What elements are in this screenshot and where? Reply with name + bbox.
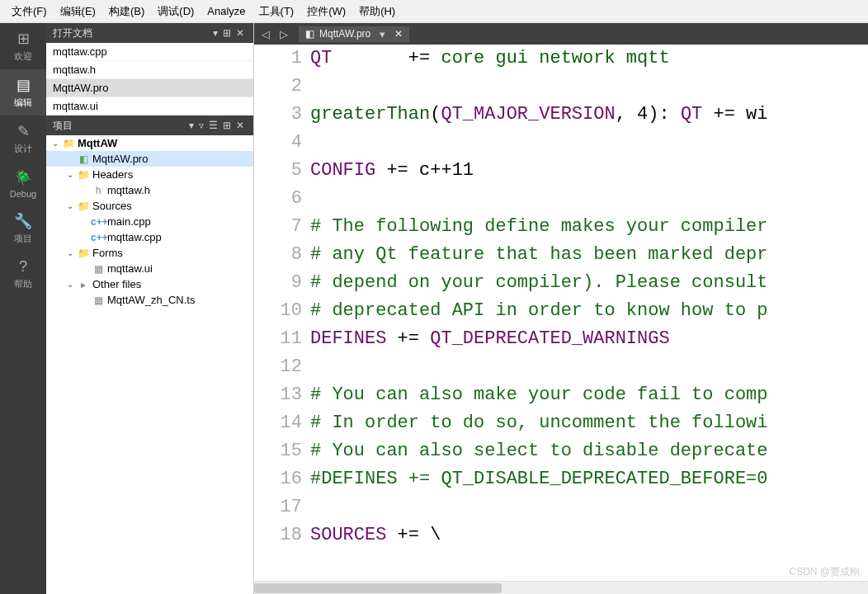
panel-button[interactable]: ▾ — [186, 120, 196, 131]
line-number: 7 — [254, 213, 302, 241]
menu-item[interactable]: Analyze — [200, 2, 252, 20]
menu-item[interactable]: 控件(W) — [300, 2, 352, 21]
tree-label: MqttAW.pro — [92, 153, 148, 165]
mode-帮助[interactable]: ?帮助 — [0, 252, 46, 297]
line-number: 18 — [254, 521, 302, 549]
tree-label: Forms — [92, 247, 123, 259]
line-number: 13 — [254, 381, 302, 409]
code-line[interactable]: # deprecated API in order to know how to… — [310, 297, 868, 325]
open-doc[interactable]: mqttaw.ui — [46, 97, 253, 116]
tree-label: Sources — [92, 200, 132, 212]
chevron-icon[interactable]: ⌄ — [64, 280, 76, 289]
line-number: 1 — [254, 45, 302, 73]
mode-欢迎[interactable]: ⊞欢迎 — [0, 23, 46, 69]
tree-item[interactable]: ▦mqttaw.ui — [46, 261, 253, 276]
code-line[interactable]: # You can also make your code fail to co… — [310, 381, 868, 409]
line-number: 9 — [254, 269, 302, 297]
scroll-thumb[interactable] — [254, 583, 502, 593]
tree-item[interactable]: ◧MqttAW.pro — [46, 151, 253, 167]
horizontal-scrollbar[interactable] — [254, 581, 868, 594]
line-number: 14 — [254, 409, 302, 437]
menu-item[interactable]: 帮助(H) — [352, 2, 402, 21]
chevron-icon[interactable]: ⌄ — [64, 170, 76, 179]
code-line[interactable] — [310, 129, 868, 157]
mode-icon: ▤ — [17, 76, 31, 94]
tree-item[interactable]: ⌄📁Forms — [46, 245, 253, 261]
chevron-icon[interactable]: ⌄ — [50, 139, 61, 148]
code-line[interactable]: # You can also select to disable depreca… — [310, 437, 868, 465]
mode-icon: ✎ — [17, 122, 30, 140]
tree-item[interactable]: ⌄📁Sources — [46, 198, 253, 214]
menu-item[interactable]: 编辑(E) — [54, 2, 102, 21]
code-line[interactable]: DEFINES += QT_DEPRECATED_WARNINGS — [310, 325, 868, 353]
code-line[interactable]: CONFIG += c++11 — [310, 157, 868, 185]
chevron-icon[interactable]: ⌄ — [64, 248, 76, 257]
code-line[interactable]: greaterThan(QT_MAJOR_VERSION, 4): QT += … — [310, 101, 868, 129]
nav-back-button[interactable]: ◁ — [257, 28, 274, 40]
mode-icon: 🔧 — [14, 212, 32, 230]
panel-button[interactable]: ⊞ — [220, 120, 234, 131]
chevron-icon[interactable]: ⌄ — [64, 201, 76, 210]
open-doc[interactable]: MqttAW.pro — [46, 79, 253, 97]
mode-icon: ⊞ — [17, 30, 30, 48]
open-doc[interactable]: mqttaw.cpp — [46, 43, 253, 61]
code-line[interactable] — [310, 185, 868, 213]
tab-dropdown-icon[interactable]: ▾ — [375, 28, 389, 40]
tree-item[interactable]: c++mqttaw.cpp — [46, 229, 253, 245]
mode-Debug[interactable]: 🪲Debug — [0, 162, 46, 205]
panel-button[interactable]: ▾ — [210, 27, 220, 39]
code-editor[interactable]: 123456789101112131415161718 QT += core g… — [254, 45, 868, 581]
open-doc[interactable]: mqttaw.h — [46, 61, 253, 79]
code-line[interactable] — [310, 353, 868, 381]
tree-item[interactable]: c++main.cpp — [46, 214, 253, 229]
main-area: ⊞欢迎▤编辑✎设计🪲Debug🔧项目?帮助 打开文档 ▾⊞✕ mqttaw.cp… — [0, 23, 868, 594]
panel-button[interactable]: ✕ — [234, 120, 247, 131]
mode-设计[interactable]: ✎设计 — [0, 116, 46, 162]
panel-button[interactable]: ☰ — [206, 120, 220, 131]
line-number: 15 — [254, 437, 302, 465]
code-line[interactable]: # any Qt feature that has been marked de… — [310, 241, 868, 269]
code-line[interactable]: # The following define makes your compil… — [310, 213, 868, 241]
mode-编辑[interactable]: ▤编辑 — [0, 69, 46, 116]
tree-item[interactable]: ⌄📁Headers — [46, 167, 253, 182]
code-line[interactable]: # In order to do so, uncomment the follo… — [310, 409, 868, 437]
tree-label: MqttAW_zh_CN.ts — [107, 294, 195, 306]
side-panel: 打开文档 ▾⊞✕ mqttaw.cppmqttaw.hMqttAW.promqt… — [46, 23, 254, 594]
editor-tab[interactable]: ◧ MqttAW.pro ▾ ✕ — [299, 26, 409, 42]
code-line[interactable]: # depend on your compiler). Please consu… — [310, 269, 868, 297]
panel-button[interactable]: ⊞ — [220, 27, 234, 39]
line-number: 8 — [254, 241, 302, 269]
code-line[interactable]: QT += core gui network mqtt — [310, 45, 868, 73]
mode-label: 设计 — [14, 143, 32, 155]
tree-label: main.cpp — [107, 215, 151, 228]
tree-item[interactable]: ⌄▸Other files — [46, 276, 253, 292]
tree-item[interactable]: ▦MqttAW_zh_CN.ts — [46, 292, 253, 308]
file-icon: ▦ — [91, 263, 106, 275]
code-lines[interactable]: QT += core gui network mqtt greaterThan(… — [310, 45, 868, 581]
panel-button[interactable]: ✕ — [234, 27, 247, 39]
mode-label: Debug — [10, 189, 36, 199]
tab-close-icon[interactable]: ✕ — [394, 28, 403, 40]
code-line[interactable] — [310, 493, 868, 521]
tree-label: Other files — [92, 278, 141, 290]
code-line[interactable] — [310, 73, 868, 101]
menu-item[interactable]: 调试(D) — [151, 2, 200, 21]
menu-item[interactable]: 构建(B) — [102, 2, 151, 21]
panel-button[interactable]: ▿ — [196, 120, 206, 131]
tree-label: mqttaw.ui — [107, 262, 153, 275]
tree-item[interactable]: hmqttaw.h — [46, 182, 253, 198]
file-icon: ▦ — [91, 295, 106, 306]
menu-item[interactable]: 工具(T) — [252, 2, 301, 21]
mode-项目[interactable]: 🔧项目 — [0, 205, 46, 252]
mode-icon: ? — [19, 258, 27, 276]
tab-label: MqttAW.pro — [319, 28, 370, 40]
mode-icon: 🪲 — [14, 168, 32, 186]
code-line[interactable]: SOURCES += \ — [310, 521, 868, 549]
nav-forward-button[interactable]: ▷ — [276, 28, 292, 40]
line-number: 16 — [254, 465, 302, 493]
code-line[interactable]: #DEFINES += QT_DISABLE_DEPRECATED_BEFORE… — [310, 465, 868, 493]
menu-item[interactable]: 文件(F) — [5, 2, 54, 21]
line-number: 2 — [254, 73, 302, 101]
open-docs-header: 打开文档 ▾⊞✕ — [46, 23, 253, 43]
tree-item[interactable]: ⌄📁MqttAW — [46, 135, 253, 151]
